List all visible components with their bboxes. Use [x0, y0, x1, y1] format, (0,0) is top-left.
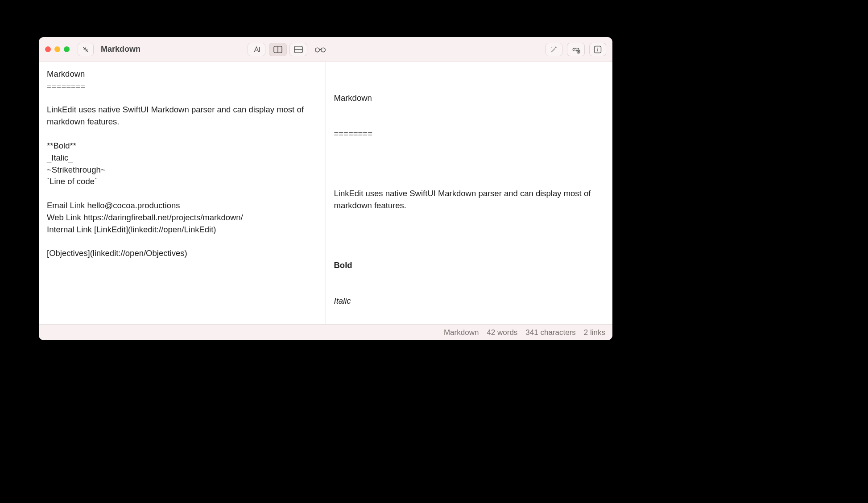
info-button[interactable]	[589, 43, 606, 56]
preview-intro: LinkEdit uses native SwiftUI Markdown pa…	[334, 188, 605, 212]
preview-bold: Bold	[334, 260, 605, 272]
split-vertical-icon	[273, 45, 283, 54]
magic-wand-icon	[550, 45, 558, 54]
reader-mode-button[interactable]	[310, 43, 331, 56]
split-horizontal-icon	[293, 45, 303, 54]
preview-underline: ========	[334, 128, 605, 140]
split-vertical-button[interactable]	[269, 43, 287, 56]
app-window: Markdown	[39, 37, 612, 340]
zoom-window-button[interactable]	[64, 46, 70, 52]
collapse-sidebar-button[interactable]	[78, 43, 94, 56]
status-bar: Markdown 42 words 341 characters 2 links	[39, 324, 612, 340]
text-style-icon	[252, 45, 261, 54]
collapse-icon	[82, 45, 90, 54]
status-char-count: 341 characters	[525, 328, 575, 337]
content-area: Markdown ======== LinkEdit uses native S…	[39, 62, 612, 324]
add-link-button[interactable]	[567, 43, 585, 56]
layout-mode-group	[269, 43, 331, 56]
status-link-count: 2 links	[584, 328, 605, 337]
close-window-button[interactable]	[45, 46, 51, 52]
svg-point-6	[551, 47, 552, 48]
window-title: Markdown	[101, 45, 141, 54]
text-style-button[interactable]	[248, 43, 265, 56]
titlebar: Markdown	[39, 37, 612, 62]
preview-italic: Italic	[334, 295, 605, 307]
minimize-window-button[interactable]	[54, 46, 60, 52]
status-mode: Markdown	[444, 328, 479, 337]
preview-title: Markdown	[334, 92, 605, 104]
info-icon	[593, 45, 602, 54]
split-horizontal-button[interactable]	[289, 43, 307, 56]
svg-point-9	[597, 47, 598, 48]
editor-pane[interactable]: Markdown ======== LinkEdit uses native S…	[39, 62, 326, 324]
toolbar-center-group	[248, 43, 331, 56]
svg-point-5	[321, 48, 325, 52]
traffic-lights	[45, 46, 70, 52]
ai-magic-button[interactable]	[546, 43, 562, 56]
glasses-icon	[314, 45, 327, 54]
preview-pane[interactable]: Markdown ======== LinkEdit uses native S…	[326, 62, 613, 324]
status-word-count: 42 words	[487, 328, 517, 337]
svg-point-4	[315, 48, 319, 52]
link-plus-icon	[571, 45, 581, 54]
